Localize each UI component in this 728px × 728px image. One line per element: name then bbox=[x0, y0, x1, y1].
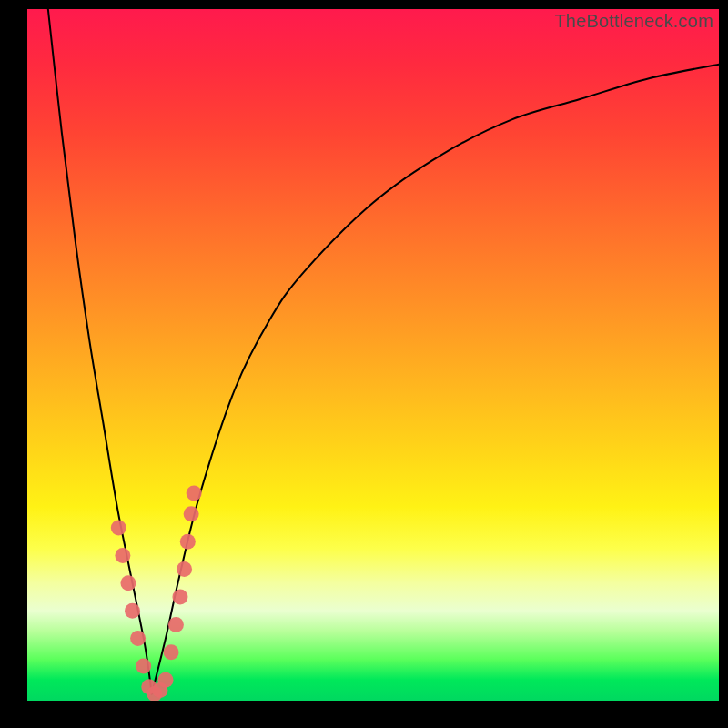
chart-frame: TheBottleneck.com bbox=[0, 0, 728, 728]
marker-dot bbox=[115, 548, 130, 563]
marker-dot bbox=[177, 561, 192, 577]
marker-group bbox=[111, 486, 202, 702]
marker-dot bbox=[120, 575, 136, 591]
marker-dot bbox=[168, 617, 184, 632]
plot-area: TheBottleneck.com bbox=[27, 9, 719, 701]
series-left-branch bbox=[48, 9, 152, 693]
marker-dot bbox=[172, 590, 187, 605]
marker-dot bbox=[164, 644, 179, 660]
series-right-branch bbox=[152, 65, 719, 694]
marker-dot bbox=[187, 486, 202, 501]
chart-svg bbox=[27, 9, 719, 701]
curve-right-branch bbox=[152, 65, 719, 694]
marker-dot bbox=[136, 659, 151, 674]
marker-dot bbox=[184, 506, 199, 521]
marker-dot bbox=[111, 521, 126, 536]
marker-dot bbox=[180, 534, 196, 550]
marker-dot bbox=[130, 631, 146, 646]
marker-dot bbox=[125, 603, 140, 619]
curve-left-branch bbox=[48, 9, 152, 693]
marker-dot bbox=[158, 672, 174, 688]
